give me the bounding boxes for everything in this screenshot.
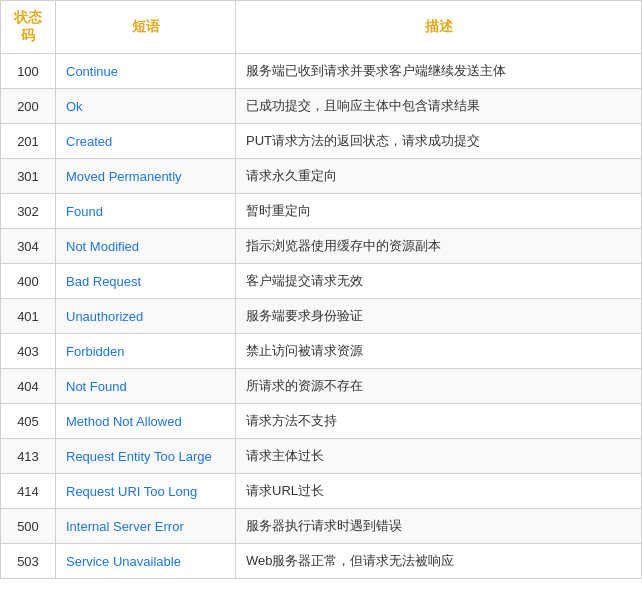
table-row: 403Forbidden禁止访问被请求资源 (1, 334, 642, 369)
status-code: 413 (1, 439, 56, 474)
status-description: 客户端提交请求无效 (236, 264, 642, 299)
status-description: 服务端已收到请求并要求客户端继续发送主体 (236, 54, 642, 89)
status-phrase: Unauthorized (56, 299, 236, 334)
status-code: 201 (1, 124, 56, 159)
status-description: 已成功提交，且响应主体中包含请求结果 (236, 89, 642, 124)
table-row: 400Bad Request客户端提交请求无效 (1, 264, 642, 299)
column-header-code: 状态 码 (1, 1, 56, 54)
status-code: 302 (1, 194, 56, 229)
status-code: 301 (1, 159, 56, 194)
status-code: 304 (1, 229, 56, 264)
status-phrase: Moved Permanently (56, 159, 236, 194)
status-phrase: Forbidden (56, 334, 236, 369)
table-row: 401Unauthorized服务端要求身份验证 (1, 299, 642, 334)
status-phrase: Request URI Too Long (56, 474, 236, 509)
http-status-table: 状态 码短语描述 100Continue服务端已收到请求并要求客户端继续发送主体… (0, 0, 642, 579)
status-description: 请求主体过长 (236, 439, 642, 474)
status-phrase: Found (56, 194, 236, 229)
status-code: 405 (1, 404, 56, 439)
status-code: 500 (1, 509, 56, 544)
table-row: 201CreatedPUT请求方法的返回状态，请求成功提交 (1, 124, 642, 159)
status-phrase: Bad Request (56, 264, 236, 299)
table-row: 301Moved Permanently请求永久重定向 (1, 159, 642, 194)
status-description: 请求方法不支持 (236, 404, 642, 439)
status-description: PUT请求方法的返回状态，请求成功提交 (236, 124, 642, 159)
status-code: 404 (1, 369, 56, 404)
status-phrase: Not Found (56, 369, 236, 404)
status-phrase: Continue (56, 54, 236, 89)
status-description: 请求URL过长 (236, 474, 642, 509)
status-code: 200 (1, 89, 56, 124)
status-phrase: Internal Server Error (56, 509, 236, 544)
table-row: 414Request URI Too Long请求URL过长 (1, 474, 642, 509)
status-phrase: Method Not Allowed (56, 404, 236, 439)
table-row: 500Internal Server Error服务器执行请求时遇到错误 (1, 509, 642, 544)
status-phrase: Not Modified (56, 229, 236, 264)
status-phrase: Request Entity Too Large (56, 439, 236, 474)
status-code: 414 (1, 474, 56, 509)
status-description: 服务器执行请求时遇到错误 (236, 509, 642, 544)
table-row: 200Ok已成功提交，且响应主体中包含请求结果 (1, 89, 642, 124)
table-row: 100Continue服务端已收到请求并要求客户端继续发送主体 (1, 54, 642, 89)
table-row: 304Not Modified指示浏览器使用缓存中的资源副本 (1, 229, 642, 264)
status-description: 所请求的资源不存在 (236, 369, 642, 404)
status-description: 指示浏览器使用缓存中的资源副本 (236, 229, 642, 264)
status-description: 请求永久重定向 (236, 159, 642, 194)
status-description: 禁止访问被请求资源 (236, 334, 642, 369)
status-phrase: Created (56, 124, 236, 159)
status-code: 403 (1, 334, 56, 369)
status-description: 服务端要求身份验证 (236, 299, 642, 334)
status-phrase: Service Unavailable (56, 544, 236, 579)
status-phrase: Ok (56, 89, 236, 124)
table-row: 413Request Entity Too Large请求主体过长 (1, 439, 642, 474)
table-row: 405Method Not Allowed请求方法不支持 (1, 404, 642, 439)
status-code: 503 (1, 544, 56, 579)
column-header-phrase: 短语 (56, 1, 236, 54)
table-row: 503Service UnavailableWeb服务器正常，但请求无法被响应 (1, 544, 642, 579)
table-row: 404Not Found所请求的资源不存在 (1, 369, 642, 404)
column-header-description: 描述 (236, 1, 642, 54)
status-description: 暂时重定向 (236, 194, 642, 229)
table-row: 302Found暂时重定向 (1, 194, 642, 229)
status-description: Web服务器正常，但请求无法被响应 (236, 544, 642, 579)
status-code: 401 (1, 299, 56, 334)
status-code: 400 (1, 264, 56, 299)
status-code: 100 (1, 54, 56, 89)
